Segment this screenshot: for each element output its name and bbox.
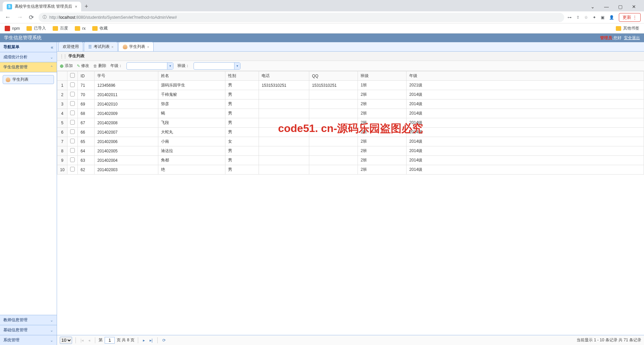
- table-row[interactable]: 270201402011千柿鬼鲛男2班2014级: [57, 90, 644, 99]
- table-row[interactable]: 567201402008飞段男2班2014级: [57, 118, 644, 128]
- checkbox[interactable]: [70, 129, 75, 134]
- bookmark-fav[interactable]: 收藏: [92, 25, 108, 31]
- bookmark-imported[interactable]: 已导入: [26, 25, 46, 31]
- logout-link[interactable]: 安全退出: [624, 36, 640, 40]
- table-row[interactable]: 1062201402003绝男2班2014级: [57, 165, 644, 175]
- close-icon[interactable]: ×: [75, 4, 77, 9]
- add-button[interactable]: ⊕添加: [60, 63, 73, 69]
- cell-name: 源码乐园学生: [158, 81, 225, 90]
- collapse-icon[interactable]: «: [51, 45, 53, 50]
- sidebar-body: 学生列表: [0, 72, 57, 315]
- sidebar-section-student[interactable]: 学生信息管理⌃: [0, 62, 57, 72]
- other-bookmarks[interactable]: 其他书签: [616, 25, 639, 31]
- bookmark-rx[interactable]: rx: [75, 26, 86, 31]
- col-sno[interactable]: 学号: [95, 71, 158, 81]
- sidebar-section-base[interactable]: 基础信息管理⌄: [0, 325, 57, 335]
- table-row[interactable]: 864201402005迪达拉男2班2014级: [57, 146, 644, 156]
- sidebar-section-system[interactable]: 系统管理⌄: [0, 335, 57, 345]
- checkbox[interactable]: [70, 148, 75, 153]
- page-suffix: 页 共 8 页: [117, 337, 135, 343]
- update-button[interactable]: 更新 ⋮: [619, 13, 641, 22]
- col-grade[interactable]: 年级: [407, 71, 644, 81]
- col-class[interactable]: 班级: [358, 71, 407, 81]
- page-prefix: 第: [99, 337, 103, 343]
- checkbox[interactable]: [70, 157, 75, 162]
- first-page-icon[interactable]: |◂: [79, 338, 85, 343]
- page-input[interactable]: [105, 337, 115, 344]
- user-icon: [6, 77, 10, 82]
- checkbox[interactable]: [70, 73, 75, 78]
- cell-phone: [259, 165, 309, 175]
- tab-exam[interactable]: ☰考试列表×: [84, 42, 118, 51]
- checkbox[interactable]: [70, 139, 75, 143]
- table-row[interactable]: 666201402007大蛇丸男2班2014级: [57, 128, 644, 137]
- reload-icon[interactable]: ⟳: [28, 14, 35, 21]
- refresh-icon[interactable]: ⟳: [161, 338, 167, 343]
- cell-sno: 201402008: [95, 118, 158, 128]
- new-tab-button[interactable]: +: [81, 2, 92, 11]
- back-icon[interactable]: ←: [3, 14, 12, 21]
- cell-phone: [259, 90, 309, 99]
- table-container: ID 学号 姓名 性别 电话 QQ 班级 年级 17112345696源码乐园学…: [57, 71, 644, 335]
- edit-button[interactable]: ✎修改: [77, 63, 89, 69]
- class-select[interactable]: ▾: [194, 62, 240, 70]
- checkbox[interactable]: [70, 82, 75, 87]
- grade-select[interactable]: ▾: [126, 62, 173, 70]
- grip-icon: ⋮⋮: [60, 54, 66, 59]
- checkbox[interactable]: [70, 120, 75, 125]
- key-icon[interactable]: ⊶: [568, 15, 572, 20]
- sidebar-section-teacher[interactable]: 教师信息管理⌄: [0, 315, 57, 325]
- next-page-icon[interactable]: ▸: [142, 338, 146, 343]
- share-icon[interactable]: ⇪: [576, 15, 580, 20]
- sidebar-section-stats[interactable]: 成绩统计分析⌄: [0, 52, 57, 62]
- close-icon[interactable]: ×: [111, 45, 113, 49]
- info-icon[interactable]: ⓘ: [43, 14, 47, 20]
- cell-phone: [259, 146, 309, 156]
- extensions-icon[interactable]: ✦: [593, 15, 596, 20]
- cell-grade: 2014级: [407, 146, 644, 156]
- tab-welcome[interactable]: 欢迎使用: [58, 42, 83, 51]
- table-row[interactable]: 468201402009蝎男2班2014级: [57, 109, 644, 118]
- checkbox-cell: [67, 146, 78, 156]
- delete-button[interactable]: 🗑删除: [93, 63, 106, 69]
- star-icon[interactable]: ☆: [584, 15, 588, 20]
- last-page-icon[interactable]: ▸|: [148, 338, 154, 343]
- col-name[interactable]: 姓名: [158, 71, 225, 81]
- cell-id: 71: [78, 81, 95, 90]
- cell-class: 2班: [358, 118, 407, 128]
- checkbox[interactable]: [70, 92, 75, 96]
- minimize-icon[interactable]: —: [604, 4, 609, 9]
- bookmarks-bar: npm 已导入 百度 rx 收藏 其他书签: [0, 23, 644, 33]
- cell-sex: 男: [225, 128, 259, 137]
- bookmark-npm[interactable]: npm: [5, 26, 20, 31]
- tab-student[interactable]: 学生列表×: [118, 42, 153, 51]
- maximize-icon[interactable]: ▢: [618, 4, 623, 9]
- prev-page-icon[interactable]: ◂: [87, 338, 92, 343]
- sidepanel-icon[interactable]: ▣: [601, 15, 604, 20]
- table-row[interactable]: 765201402006小南女2班2014级: [57, 137, 644, 146]
- cell-sex: 男: [225, 146, 259, 156]
- col-id[interactable]: ID: [78, 71, 95, 81]
- window-close-icon[interactable]: ✕: [632, 4, 636, 9]
- checkbox[interactable]: [70, 167, 75, 171]
- checkbox-cell: [67, 128, 78, 137]
- col-phone[interactable]: 电话: [259, 71, 309, 81]
- table-row[interactable]: 17112345696源码乐园学生男1531531025115315310251…: [57, 81, 644, 90]
- page-size-select[interactable]: 10: [60, 337, 72, 344]
- col-sex[interactable]: 性别: [225, 71, 259, 81]
- cell-id: 69: [78, 99, 95, 109]
- address-bar[interactable]: ⓘ http://localhost:8080/studentinfo/Syst…: [39, 13, 564, 22]
- table-row[interactable]: 963201402004角都男2班2014级: [57, 156, 644, 165]
- checkbox[interactable]: [70, 101, 75, 106]
- chevron-down-icon[interactable]: ⌄: [591, 4, 595, 9]
- cell-qq: [309, 165, 358, 175]
- close-icon[interactable]: ×: [147, 45, 149, 49]
- col-qq[interactable]: QQ: [309, 71, 358, 81]
- sidebar-item-student-list[interactable]: 学生列表: [3, 75, 54, 84]
- checkbox[interactable]: [70, 111, 75, 115]
- chevron-down-icon: ⌄: [50, 318, 53, 323]
- table-row[interactable]: 369201402010弥彦男2班2014级: [57, 99, 644, 109]
- profile-icon[interactable]: 👤: [609, 15, 614, 20]
- browser-tab[interactable]: S 高校学生信息管理系统 管理员后 ×: [3, 2, 81, 11]
- bookmark-baidu[interactable]: 百度: [53, 25, 68, 31]
